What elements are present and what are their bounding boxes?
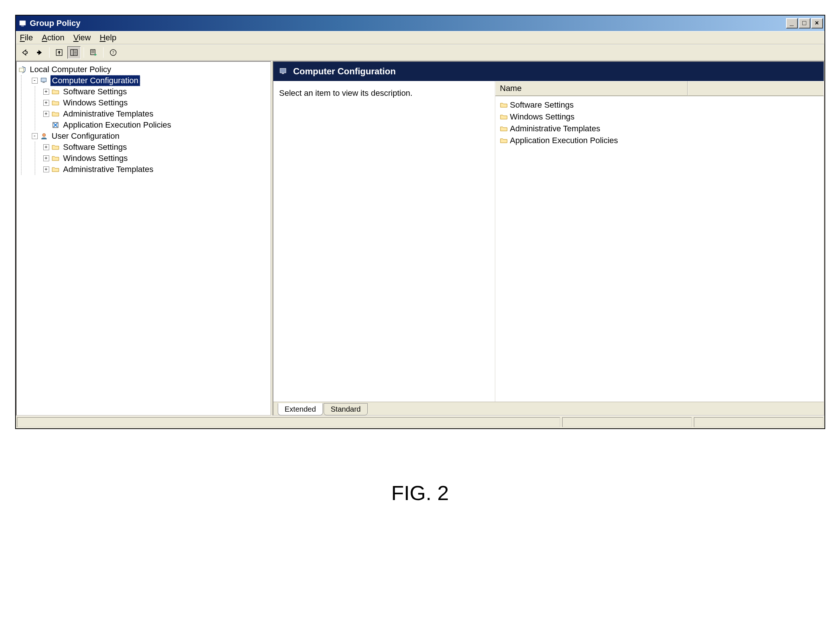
tree-label: Windows Settings (62, 153, 129, 163)
back-button[interactable] (18, 46, 31, 59)
expand-icon[interactable]: + (43, 144, 49, 150)
column-header-spacer (688, 81, 824, 96)
details-panel: Computer Configuration Select an item to… (273, 61, 824, 416)
tree-label: Administrative Templates (62, 164, 155, 175)
list-item[interactable]: Application Execution Policies (497, 135, 822, 147)
folder-icon (500, 125, 508, 132)
minimize-button[interactable]: _ (786, 18, 798, 29)
tree-root-local-computer-policy[interactable]: Local Computer Policy (18, 64, 269, 75)
details-header-title: Computer Configuration (293, 66, 396, 77)
tree-label: Local Computer Policy (29, 64, 113, 75)
tree-label: Application Execution Policies (62, 120, 173, 130)
client-area: Local Computer Policy - Computer Configu… (16, 61, 824, 416)
help-button[interactable]: ? (106, 46, 120, 59)
tree-label: Windows Settings (62, 98, 129, 108)
status-bar (16, 416, 824, 428)
column-header-name[interactable]: Name (495, 81, 688, 96)
group-policy-window: Group Policy _ □ × File Action View Help (15, 15, 825, 429)
details-header: Computer Configuration (274, 62, 824, 81)
list-item-label: Software Settings (510, 100, 574, 110)
svg-rect-8 (91, 50, 95, 55)
folder-icon (500, 137, 508, 144)
tree-administrative-templates[interactable]: + Administrative Templates (43, 108, 269, 119)
up-button[interactable] (53, 46, 66, 59)
menu-file[interactable]: File (20, 33, 33, 42)
app-icon (18, 19, 27, 28)
list-item[interactable]: Software Settings (497, 99, 822, 111)
status-cell (17, 417, 560, 427)
leaf-spacer (43, 122, 49, 128)
svg-rect-19 (280, 68, 286, 73)
folder-icon (51, 166, 60, 173)
window-controls: _ □ × (786, 18, 823, 29)
svg-text:?: ? (112, 50, 114, 55)
folder-icon (51, 99, 60, 106)
tree-computer-configuration[interactable]: - Computer Configuration (32, 75, 269, 86)
tree-user-configuration[interactable]: - User Configuration (32, 130, 269, 142)
folder-icon (51, 155, 60, 162)
folder-icon (51, 88, 60, 95)
folder-icon (51, 110, 60, 118)
tree-label: User Configuration (50, 131, 121, 141)
list-item-label: Windows Settings (510, 112, 575, 122)
tree-user-windows-settings[interactable]: + Windows Settings (43, 153, 269, 164)
titlebar: Group Policy _ □ × (16, 16, 824, 31)
menu-help[interactable]: Help (100, 33, 116, 42)
export-list-button[interactable] (87, 46, 100, 59)
svg-rect-15 (41, 78, 46, 82)
expand-icon[interactable]: + (43, 100, 49, 106)
list-item[interactable]: Administrative Templates (497, 123, 822, 135)
close-button[interactable]: × (811, 18, 823, 29)
tree-label: Computer Configuration (50, 75, 140, 86)
svg-rect-1 (21, 26, 24, 26)
item-list: Software Settings Windows Settings Admin… (495, 96, 824, 150)
tab-standard[interactable]: Standard (323, 403, 368, 416)
folder-icon (500, 101, 508, 109)
description-text: Select an item to view its description. (279, 89, 413, 98)
expand-icon[interactable]: + (43, 166, 49, 172)
window-title: Group Policy (30, 18, 786, 28)
toolbar: ? (16, 44, 824, 61)
tree-user-software-settings[interactable]: + Software Settings (43, 142, 269, 153)
tab-extended[interactable]: Extended (278, 403, 323, 416)
menu-action[interactable]: Action (42, 33, 64, 42)
svg-point-18 (43, 134, 45, 137)
figure-caption: FIG. 2 (15, 481, 825, 505)
maximize-button[interactable]: □ (798, 18, 810, 29)
computer-icon (278, 66, 288, 76)
show-hide-tree-button[interactable] (67, 46, 80, 59)
column-header-row: Name (495, 81, 824, 96)
tree-panel: Local Computer Policy - Computer Configu… (16, 61, 271, 416)
list-item-label: Administrative Templates (510, 124, 600, 134)
menu-bar: File Action View Help (16, 31, 824, 44)
svg-rect-20 (282, 73, 284, 74)
list-item-label: Application Execution Policies (510, 136, 618, 145)
items-pane: Name Software Settings Windows Settings (495, 81, 824, 402)
expand-icon[interactable]: + (43, 111, 49, 117)
expand-icon[interactable]: + (43, 89, 49, 95)
expand-icon[interactable]: + (43, 155, 49, 161)
menu-view[interactable]: View (73, 33, 91, 42)
tree-software-settings[interactable]: + Software Settings (43, 86, 269, 97)
tree-windows-settings[interactable]: + Windows Settings (43, 97, 269, 108)
list-item[interactable]: Windows Settings (497, 111, 822, 123)
tree-label: Software Settings (62, 142, 128, 152)
toolbar-separator (84, 47, 84, 58)
collapse-icon[interactable]: - (32, 133, 38, 139)
details-body: Select an item to view its description. … (274, 81, 824, 402)
user-icon (40, 132, 48, 140)
folder-icon (51, 143, 60, 151)
status-cell (562, 417, 692, 427)
policy-root-icon (18, 66, 26, 73)
tree-label: Software Settings (62, 87, 128, 97)
svg-rect-16 (43, 82, 45, 83)
tree-user-administrative-templates[interactable]: + Administrative Templates (43, 164, 269, 175)
svg-rect-14 (19, 68, 24, 72)
status-cell (694, 417, 823, 427)
collapse-icon[interactable]: - (32, 78, 38, 84)
toolbar-separator (49, 47, 50, 58)
policy-tree: Local Computer Policy - Computer Configu… (18, 64, 269, 175)
tree-application-execution-policies[interactable]: Application Execution Policies (43, 119, 269, 130)
view-tabs: Extended Standard (274, 402, 824, 415)
forward-button[interactable] (33, 46, 46, 59)
